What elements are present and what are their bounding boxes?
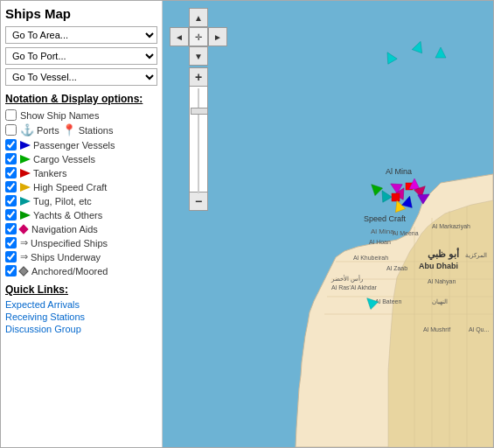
svg-text:Al Markaziyah: Al Markaziyah	[432, 223, 470, 230]
passenger-checkbox[interactable]	[5, 139, 17, 150]
yachts-label: Yachts & Others	[20, 210, 102, 220]
goto-port-select[interactable]: Go To Port...	[5, 47, 157, 65]
highspeed-label: High Speed Craft	[20, 182, 107, 192]
ports-checkbox[interactable]	[5, 124, 17, 136]
zoom-thumb[interactable]	[191, 108, 208, 115]
passenger-label: Passenger Vessels	[20, 140, 115, 150]
goto-area-select[interactable]: Go To Area...	[5, 26, 157, 44]
svg-text:Al Mushrif: Al Mushrif	[423, 326, 450, 332]
svg-text:أبو ظبي: أبو ظبي	[428, 248, 459, 260]
nav-left-button[interactable]: ◄	[170, 27, 189, 46]
svg-text:Al Zaab: Al Zaab	[386, 265, 407, 271]
cargo-row: Cargo Vessels	[5, 153, 157, 164]
tug-label: Tug, Pilot, etc	[20, 196, 92, 206]
unspecified-icon: ⇒	[20, 237, 28, 248]
goto-vessel-select[interactable]: Go To Vessel...	[5, 68, 157, 86]
zoom-bar: + −	[189, 67, 208, 211]
svg-marker-27	[412, 39, 425, 52]
svg-text:Al Bateen: Al Bateen	[375, 298, 401, 304]
nav-empty-tr	[208, 8, 227, 27]
tug-row: Tug, Pilot, etc	[5, 195, 157, 206]
navaid-row: Navigation Aids	[5, 223, 157, 234]
unspecified-label: ⇒ Unspecified Ships	[20, 237, 108, 248]
goto-vessel-row: Go To Vessel...	[5, 68, 157, 86]
tankers-label: Tankers	[20, 168, 67, 178]
notation-section-title: Notation & Display options:	[5, 93, 157, 105]
nav-empty-bl	[170, 46, 189, 66]
svg-text:رأس الأخضر: رأس الأخضر	[330, 274, 363, 283]
show-ship-names-checkbox[interactable]	[5, 109, 17, 121]
tug-icon	[20, 197, 31, 206]
left-panel: Ships Map Go To Area... Go To Port... Go…	[1, 1, 163, 447]
svg-text:Al Khubeirah: Al Khubeirah	[353, 255, 388, 261]
ports-stations-row: ⚓ Ports 📍 Stations	[5, 123, 157, 136]
show-ship-names-label: Show Ship Names	[20, 110, 100, 121]
svg-text:Al Ras'Al Akhdar: Al Ras'Al Akhdar	[331, 284, 378, 290]
svg-text:النهيان: النهيان	[432, 298, 448, 305]
svg-text:Al Mina: Al Mina	[371, 228, 394, 235]
yachts-icon	[20, 211, 31, 220]
svg-text:المركزية: المركزية	[465, 252, 487, 259]
cargo-label: Cargo Vessels	[20, 154, 95, 164]
svg-text:Al Nahyan: Al Nahyan	[428, 278, 456, 285]
tankers-checkbox[interactable]	[5, 167, 17, 178]
anchored-label: Anchored/Moored	[20, 266, 108, 276]
discussion-group-link[interactable]: Discussion Group	[5, 324, 157, 334]
navaid-label: Navigation Aids	[20, 224, 98, 234]
zoom-in-button[interactable]: +	[189, 67, 208, 87]
show-ship-names-row: Show Ship Names	[5, 109, 157, 121]
underway-icon: ⇒	[20, 251, 28, 262]
quick-links-title: Quick Links:	[5, 284, 157, 296]
station-icon: 📍	[62, 123, 76, 136]
nav-down-button[interactable]: ▼	[189, 46, 208, 66]
anchored-icon	[18, 266, 28, 276]
cargo-checkbox[interactable]	[5, 153, 17, 164]
underway-row: ⇒ Ships Underway	[5, 251, 157, 262]
svg-marker-37	[402, 195, 415, 208]
tug-checkbox[interactable]	[5, 195, 17, 206]
highspeed-row: High Speed Craft	[5, 181, 157, 192]
nav-right-button[interactable]: ►	[208, 27, 227, 46]
port-icon: ⚓	[20, 123, 34, 136]
svg-marker-39	[368, 181, 383, 196]
nav-center-button[interactable]: ✛	[189, 27, 208, 46]
expected-arrivals-link[interactable]: Expected Arrivals	[5, 299, 157, 310]
svg-marker-26	[383, 50, 397, 64]
receiving-stations-link[interactable]: Receiving Stations	[5, 312, 157, 322]
svg-text:Al Meena: Al Meena	[393, 230, 419, 236]
passenger-row: Passenger Vessels	[5, 139, 157, 150]
svg-marker-28	[435, 47, 446, 58]
nav-cross: ▲ ◄ ✛ ► ▼	[170, 8, 227, 66]
app-container: Ships Map Go To Area... Go To Port... Go…	[0, 0, 494, 448]
navaid-checkbox[interactable]	[5, 223, 17, 234]
passenger-icon	[20, 141, 31, 150]
map-controls: ▲ ◄ ✛ ► ▼ + −	[170, 8, 227, 211]
svg-text:Al Qu...: Al Qu...	[469, 326, 489, 333]
highspeed-icon	[20, 183, 31, 192]
cargo-icon	[20, 155, 31, 164]
anchored-row: Anchored/Moored	[5, 265, 157, 276]
ports-label: ⚓ Ports 📍 Stations	[20, 123, 113, 136]
svg-text:Abu Dhabi: Abu Dhabi	[419, 262, 458, 270]
zoom-track-line	[198, 88, 199, 193]
underway-checkbox[interactable]	[5, 251, 17, 262]
app-title: Ships Map	[5, 6, 157, 21]
anchored-checkbox[interactable]	[5, 265, 17, 276]
goto-port-row: Go To Port...	[5, 47, 157, 65]
svg-rect-35	[392, 193, 400, 201]
zoom-track[interactable]	[189, 87, 208, 192]
underway-label: ⇒ Ships Underway	[20, 251, 101, 262]
svg-text:Al Hoan: Al Hoan	[369, 239, 391, 245]
nav-up-button[interactable]: ▲	[189, 8, 208, 27]
yachts-checkbox[interactable]	[5, 209, 17, 220]
tankers-icon	[20, 169, 31, 178]
nav-empty-tl	[170, 8, 189, 27]
highspeed-checkbox[interactable]	[5, 181, 17, 192]
goto-area-row: Go To Area...	[5, 26, 157, 44]
zoom-out-button[interactable]: −	[189, 192, 208, 211]
unspecified-row: ⇒ Unspecified Ships	[5, 237, 157, 248]
map-area[interactable]: ▲ ◄ ✛ ► ▼ + −	[163, 1, 493, 447]
navaid-icon	[18, 224, 28, 234]
unspecified-checkbox[interactable]	[5, 237, 17, 248]
nav-empty-br	[208, 46, 227, 66]
